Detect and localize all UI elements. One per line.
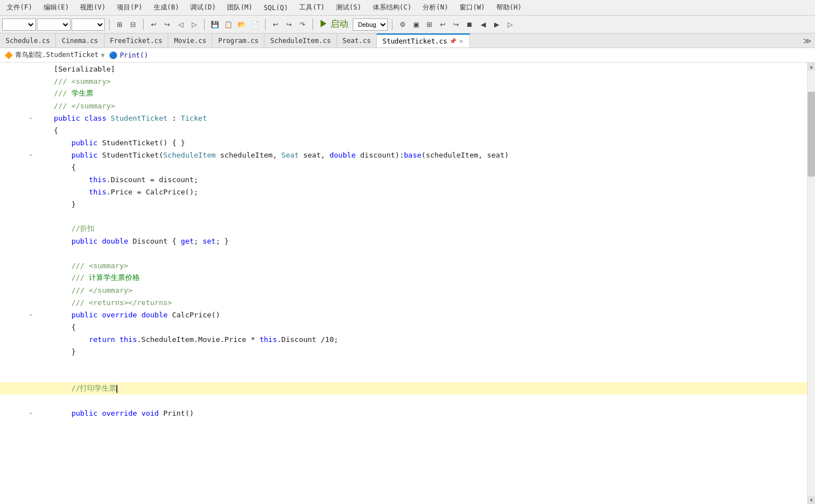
menu-view[interactable]: 视图(V) — [78, 2, 108, 13]
code-line-18[interactable]: /// 计算学生票价格 — [0, 272, 807, 284]
code-line-7[interactable]: public StudentTicket() { } — [0, 136, 807, 149]
collapse-21[interactable]: − — [25, 312, 36, 318]
code-area[interactable]: [Serializable] /// <summary> /// 学生票 ///… — [0, 63, 807, 504]
code-line-3[interactable]: /// 学生票 — [0, 87, 807, 99]
menu-help[interactable]: 帮助(H) — [494, 2, 524, 13]
breadcrumb-separator: ▼ — [101, 51, 105, 59]
code-line-20[interactable]: /// <returns></returns> — [0, 296, 807, 308]
breadcrumb-method[interactable]: Print() — [120, 51, 148, 59]
tab-schedule[interactable]: Schedule.cs — [0, 34, 56, 48]
tab-freeticket[interactable]: FreeTicket.cs — [105, 34, 169, 48]
toolbar-dropdown-1[interactable] — [2, 18, 36, 31]
menu-debug[interactable]: 调试(D) — [188, 2, 218, 13]
code-line-16[interactable] — [0, 247, 807, 259]
code-line-22[interactable]: { — [0, 321, 807, 333]
line-content-19: /// </summary> — [36, 286, 807, 294]
toolbar-save-all-btn[interactable]: 📋 — [222, 18, 234, 31]
toolbar-misc-btn5[interactable]: ↪ — [450, 18, 462, 31]
toolbar-misc-btn8[interactable]: ▶ — [490, 18, 503, 31]
line-content-9: { — [36, 163, 807, 172]
code-line-19[interactable]: /// </summary> — [0, 284, 807, 296]
toolbar-misc-btn9[interactable]: ▷ — [504, 18, 516, 31]
code-line-12[interactable]: } — [0, 198, 807, 210]
collapse-8[interactable]: − — [25, 152, 36, 158]
code-line-5[interactable]: − public class StudentTicket : Ticket — [0, 112, 807, 124]
pin-icon[interactable]: 📌 — [449, 38, 456, 44]
menu-architecture[interactable]: 体系结构(C) — [371, 2, 414, 13]
code-line-11[interactable]: this.Price = CalcPrice(); — [0, 186, 807, 198]
toolbar-undo-btn[interactable]: ↩ — [269, 18, 282, 31]
code-line-23[interactable]: return this.ScheduleItem.Movie.Price * t… — [0, 333, 807, 345]
debug-dropdown[interactable]: Debug — [353, 18, 388, 31]
tab-overflow-btn[interactable]: ≫ — [800, 36, 815, 45]
toolbar-misc-btn7[interactable]: ◀ — [477, 18, 489, 31]
toolbar-file-btn[interactable]: 📄 — [249, 18, 261, 31]
code-line-28[interactable] — [0, 394, 807, 407]
code-line-10[interactable]: this.Discount = discount; — [0, 173, 807, 186]
tab-movie[interactable]: Movie.cs — [168, 34, 212, 48]
code-line-27[interactable]: //打印学生票 — [0, 382, 807, 394]
tab-studentticket[interactable]: StudentTicket.cs 📌 ✕ — [377, 34, 470, 48]
toolbar-save-btn[interactable]: 💾 — [209, 18, 221, 31]
collapse-5[interactable]: − — [25, 115, 36, 121]
breadcrumb-namespace[interactable]: 青鸟影院.StudentTicket — [15, 50, 98, 60]
vertical-scrollbar[interactable]: ▲ ▼ — [807, 63, 815, 504]
scroll-track[interactable] — [808, 70, 815, 496]
toolbar-dropdown-3[interactable] — [72, 18, 105, 31]
code-line-17[interactable]: /// <summary> — [0, 259, 807, 272]
code-line-15[interactable]: public double Discount { get; set; } — [0, 235, 807, 247]
code-line-26[interactable] — [0, 370, 807, 382]
tab-scheduleitem[interactable]: ScheduleItem.cs — [264, 34, 337, 48]
tab-seat[interactable]: Seat.cs — [337, 34, 377, 48]
code-line-1[interactable]: [Serializable] — [0, 63, 807, 75]
toolbar-nav-arrow-fwd[interactable]: ▷ — [188, 18, 200, 31]
menu-team[interactable]: 团队(M) — [225, 2, 255, 13]
toolbar: ⊞ ⊟ ↩ ↪ ◁ ▷ 💾 📋 📂 📄 ↩ ↪ ↷ ▶ 启动 Debug ⚙ ▣… — [0, 16, 815, 34]
code-line-29[interactable]: − public override void Print() — [0, 407, 807, 419]
tab-program[interactable]: Program.cs — [212, 34, 264, 48]
toolbar-redo-btn[interactable]: ↪ — [283, 18, 295, 31]
menu-tools[interactable]: 工具(T) — [297, 2, 327, 13]
toolbar-misc-btn4[interactable]: ↩ — [437, 18, 449, 31]
toolbar-layout-btn[interactable]: ⊞ — [113, 18, 126, 31]
menu-build[interactable]: 生成(B) — [151, 2, 182, 13]
code-line-24[interactable]: } — [0, 345, 807, 358]
toolbar-misc-btn1[interactable]: ⚙ — [396, 18, 409, 31]
scroll-up-arrow[interactable]: ▲ — [808, 63, 816, 70]
toolbar-dropdown-2[interactable] — [37, 18, 70, 31]
code-line-21[interactable]: − public override double CalcPrice() — [0, 308, 807, 321]
toolbar-misc-btn6[interactable]: ⏹ — [463, 18, 476, 31]
menu-edit[interactable]: 编辑(E) — [41, 2, 72, 13]
line-content-5: public class StudentTicket : Ticket — [36, 114, 807, 122]
toolbar-nav-back[interactable]: ↩ — [148, 18, 160, 31]
code-line-9[interactable]: { — [0, 161, 807, 173]
code-line-4[interactable]: /// </summary> — [0, 99, 807, 112]
scroll-down-arrow[interactable]: ▼ — [808, 496, 816, 504]
menu-file[interactable]: 文件(F) — [4, 2, 35, 13]
close-tab-icon[interactable]: ✕ — [458, 38, 464, 44]
menu-analyze[interactable]: 分析(N) — [420, 2, 451, 13]
toolbar-misc-btn3[interactable]: ⊞ — [423, 18, 435, 31]
code-line-6[interactable]: { — [0, 124, 807, 136]
code-line-25[interactable] — [0, 358, 807, 370]
collapse-29[interactable]: − — [25, 410, 36, 416]
menu-test[interactable]: 测试(S) — [334, 2, 364, 13]
code-line-2[interactable]: /// <summary> — [0, 75, 807, 87]
line-content-15: public double Discount { get; set; } — [36, 237, 807, 245]
toolbar-layout-btn2[interactable]: ⊟ — [127, 18, 139, 31]
run-button[interactable]: ▶ 启动 — [317, 18, 350, 30]
toolbar-nav-arrow-back[interactable]: ◁ — [174, 18, 187, 31]
toolbar-redo-btn2[interactable]: ↷ — [296, 18, 309, 31]
scroll-thumb[interactable] — [808, 92, 815, 177]
tab-cinema[interactable]: Cinema.cs — [56, 34, 104, 48]
editor-container: [Serializable] /// <summary> /// 学生票 ///… — [0, 63, 815, 504]
toolbar-open-btn[interactable]: 📂 — [235, 18, 248, 31]
code-line-14[interactable]: //折扣 — [0, 222, 807, 235]
code-line-13[interactable] — [0, 210, 807, 222]
code-line-8[interactable]: − public StudentTicket(ScheduleItem sche… — [0, 149, 807, 161]
menu-project[interactable]: 项目(P) — [115, 2, 145, 13]
toolbar-nav-fwd[interactable]: ↪ — [161, 18, 173, 31]
toolbar-misc-btn2[interactable]: ▣ — [410, 18, 422, 31]
menu-window[interactable]: 窗口(W) — [457, 2, 487, 13]
menu-sql[interactable]: SQL(Q) — [262, 3, 290, 13]
